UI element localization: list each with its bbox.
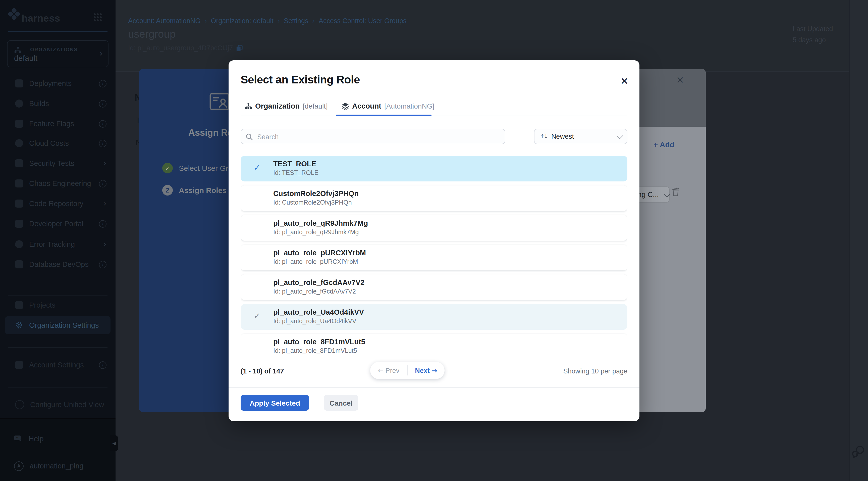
user-name: automation_plng <box>30 462 83 470</box>
chevron-right-icon: › <box>103 199 106 208</box>
wizard-close-icon[interactable]: ✕ <box>676 74 684 85</box>
page-title: usergroup <box>128 28 176 40</box>
search-box <box>241 129 505 144</box>
sidebar-item-help[interactable]: ? Help <box>0 430 116 448</box>
role-binding-dropdown-value: ng C... <box>638 190 659 199</box>
apply-selected-button[interactable]: Apply Selected <box>241 395 309 411</box>
role-id: Id: pl_auto_role_8FD1mVLut5 <box>273 347 357 354</box>
sidebar-item-database-devops[interactable]: Database DevOps i <box>0 255 116 273</box>
projects-icon <box>15 301 23 309</box>
breadcrumb-organization[interactable]: Organization: default <box>211 17 274 24</box>
tab-organization[interactable]: Organization [default] <box>245 99 328 113</box>
sidebar-item-label: Code Repository <box>29 200 83 208</box>
sidebar-item-developer-portal[interactable]: Developer Portal i <box>0 215 116 233</box>
info-icon[interactable]: i <box>99 80 106 87</box>
cancel-button[interactable]: Cancel <box>324 395 358 411</box>
tab-label: Account <box>352 102 381 110</box>
user-menu[interactable]: A automation_plng <box>0 457 116 475</box>
info-icon[interactable]: i <box>99 100 106 107</box>
sidebar-item-builds[interactable]: Builds i <box>0 94 116 113</box>
developer-portal-icon <box>15 220 23 228</box>
chat-bubbles-icon[interactable] <box>851 444 866 459</box>
tab-scope: [default] <box>303 102 328 110</box>
avatar: A <box>14 461 24 471</box>
sidebar-item-label: Help <box>29 435 44 443</box>
tab-label: Organization <box>255 102 300 110</box>
sidebar-item-account-settings[interactable]: Account Settings i <box>0 356 116 374</box>
scope-tabs: Organization [default] Account [Automati… <box>241 99 627 116</box>
chaos-engineering-icon <box>15 179 23 187</box>
dialog-footer-divider <box>228 387 640 388</box>
next-button[interactable]: Next → <box>408 366 444 374</box>
info-icon[interactable]: i <box>99 120 106 127</box>
info-icon[interactable]: i <box>99 140 106 147</box>
copy-icon[interactable] <box>236 44 242 52</box>
tab-account[interactable]: Account [AutomationNG] <box>342 99 434 113</box>
sidebar-item-chaos-engineering[interactable]: Chaos Engineering i <box>0 174 116 192</box>
sidebar-collapse-handle[interactable]: ◀ <box>110 435 118 451</box>
role-row[interactable]: pl_auto_role_qR9Jhmk7Mg Id: pl_auto_role… <box>241 215 627 241</box>
info-icon[interactable]: i <box>99 361 106 369</box>
harness-logo-text[interactable]: harness <box>22 12 60 24</box>
active-tab-underline <box>336 115 432 116</box>
sidebar-item-label: Builds <box>29 99 49 108</box>
info-icon[interactable]: i <box>99 261 106 268</box>
sidebar-item-code-repository[interactable]: Code Repository › <box>0 194 116 213</box>
sidebar-item-projects[interactable]: Projects <box>0 296 116 314</box>
builds-icon <box>15 99 23 108</box>
trash-icon[interactable] <box>672 187 680 197</box>
sort-dropdown[interactable]: ↑↓ Newest <box>534 129 627 144</box>
wizard-step-1[interactable]: ✓ Select User Grou <box>162 163 237 173</box>
role-row[interactable]: pl_auto_role_fGcdAAv7V2 Id: pl_auto_role… <box>241 274 627 300</box>
breadcrumb-access-control[interactable]: Access Control: User Groups <box>319 17 407 24</box>
sidebar-divider <box>8 387 107 388</box>
role-row-ua4od4ikvv[interactable]: ✓ pl_auto_role_Ua4Od4ikVV Id: pl_auto_ro… <box>241 304 627 330</box>
module-grid-icon[interactable] <box>93 13 102 22</box>
sidebar-item-configure-unified-view[interactable]: Configure Unified View <box>0 396 116 414</box>
account-settings-icon <box>15 361 23 369</box>
breadcrumb-separator: › <box>205 17 207 25</box>
prev-label: Prev <box>385 367 400 374</box>
role-row[interactable]: pl_auto_role_pURCXIYrbM Id: pl_auto_role… <box>241 245 627 270</box>
role-row[interactable]: pl_auto_role_8FD1mVLut5 Id: pl_auto_role… <box>241 334 627 356</box>
org-selector-label: ORGANIZATIONS <box>30 47 78 52</box>
role-id: Id: pl_auto_role_qR9Jhmk7Mg <box>273 229 359 236</box>
sidebar-item-deployments[interactable]: Deployments i <box>0 74 116 92</box>
deployments-icon <box>15 80 23 87</box>
feature-flags-icon <box>15 120 23 128</box>
breadcrumb-account[interactable]: Account: AutomationNG <box>128 17 200 24</box>
org-selector[interactable]: ORGANIZATIONS default › <box>7 40 108 67</box>
step-done-check-icon: ✓ <box>162 163 173 173</box>
entity-id-line: Id: pl_auto_usergroup_4D7bcCIJj7 <box>128 44 242 52</box>
pagination-range: (1 - 10) of 147 <box>241 367 284 375</box>
per-page-label: Showing 10 per page <box>563 367 627 375</box>
role-row[interactable]: CustomRole2Ofvj3PHQn Id: CustomRole2Ofvj… <box>241 185 627 211</box>
sidebar-item-security-tests[interactable]: Security Tests › <box>0 154 116 172</box>
info-icon[interactable]: i <box>99 180 106 187</box>
sidebar-item-label: Developer Portal <box>29 220 83 228</box>
sidebar-item-label: Configure Unified View <box>30 400 104 409</box>
breadcrumb-separator: › <box>312 17 315 25</box>
sidebar-item-error-tracking[interactable]: Error Tracking › <box>0 235 116 253</box>
wizard-step-label: Select User Grou <box>179 164 237 172</box>
info-icon[interactable]: i <box>99 220 106 228</box>
add-role-button[interactable]: + Add <box>653 140 674 149</box>
prev-button[interactable]: ← Prev <box>370 365 408 375</box>
harness-logo-icon[interactable] <box>7 7 21 21</box>
breadcrumb: Account: AutomationNG › Organization: de… <box>128 17 407 25</box>
breadcrumb-settings[interactable]: Settings <box>284 17 308 24</box>
role-row-test-role[interactable]: ✓ TEST_ROLE Id: TEST_ROLE <box>241 156 627 181</box>
step-number-badge: 2 <box>162 185 173 196</box>
tab-scope: [AutomationNG] <box>384 102 434 110</box>
role-id: Id: pl_auto_role_Ua4Od4ikVV <box>273 318 356 325</box>
sidebar-item-label: Database DevOps <box>29 260 89 268</box>
role-name: pl_auto_role_fGcdAAv7V2 <box>273 278 365 287</box>
select-existing-role-dialog: Select an Existing Role ✕ Organization [… <box>228 60 640 421</box>
chevron-down-icon <box>664 190 670 197</box>
sidebar-item-cloud-costs[interactable]: Cloud Costs i <box>0 134 116 152</box>
sidebar-item-feature-flags[interactable]: Feature Flags i <box>0 115 116 133</box>
sidebar-item-organization-settings[interactable]: Organization Settings <box>5 316 111 334</box>
search-input[interactable] <box>256 130 499 144</box>
dialog-close-icon[interactable]: ✕ <box>620 76 628 86</box>
cloud-costs-icon <box>15 139 23 147</box>
